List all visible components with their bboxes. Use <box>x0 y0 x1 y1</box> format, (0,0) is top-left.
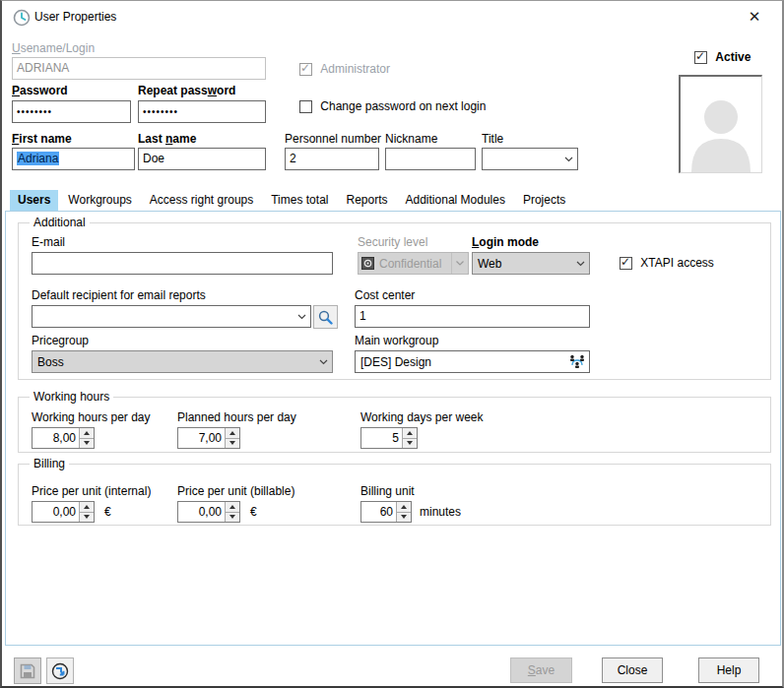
safe-icon <box>361 257 374 270</box>
active-checkbox[interactable]: ✓ Active <box>694 50 751 64</box>
last-name-label: Last name <box>138 132 196 146</box>
price-billable-currency: € <box>250 505 257 519</box>
last-name-input[interactable]: Doe <box>138 148 266 170</box>
tab-projects[interactable]: Projects <box>515 190 573 211</box>
password-input[interactable]: •••••••• <box>12 100 131 123</box>
change-password-checkbox[interactable]: ✓ Change password on next login <box>299 99 486 113</box>
spin-down-icon[interactable] <box>397 512 411 523</box>
billing-unit-suffix: minutes <box>420 505 461 519</box>
xtapi-label: XTAPI access <box>640 256 713 270</box>
active-label: Active <box>715 50 751 64</box>
workgroup-hierarchy-icon[interactable] <box>565 354 589 370</box>
working-days-per-week-label: Working days per week <box>360 410 484 424</box>
magnifier-icon <box>318 310 333 325</box>
security-level-value: Confidential <box>374 257 451 271</box>
tab-reports[interactable]: Reports <box>338 190 395 211</box>
close-button[interactable]: Close <box>602 657 663 683</box>
tab-access-right-groups[interactable]: Access right groups <box>142 190 261 211</box>
billing-unit-label: Billing unit <box>360 484 415 498</box>
user-properties-dialog: { "window": { "title": "User Properties"… <box>0 0 784 688</box>
price-internal-spinner[interactable]: 0,00 <box>32 501 95 523</box>
username-label: Usename/Login <box>12 41 95 55</box>
price-internal-label: Price per unit (internal) <box>32 484 151 498</box>
save-toolbar-button[interactable] <box>14 657 41 684</box>
spin-down-icon[interactable] <box>226 438 239 449</box>
price-billable-label: Price per unit (billable) <box>177 484 294 498</box>
change-password-label: Change password on next login <box>320 99 486 113</box>
floppy-save-icon <box>20 663 35 679</box>
login-mode-label: Login mode <box>472 235 539 249</box>
tab-users[interactable]: Users <box>10 190 58 211</box>
first-name-input[interactable]: Adriana <box>12 148 135 170</box>
working-days-per-week-spinner[interactable]: 5 <box>360 427 418 449</box>
chevron-down-icon <box>293 314 310 320</box>
working-hours-group-label: Working hours <box>30 390 113 404</box>
close-icon[interactable]: ✕ <box>745 8 764 26</box>
spin-down-icon[interactable] <box>80 512 94 523</box>
additional-group-label: Additional <box>30 216 90 229</box>
login-mode-combo[interactable]: Web <box>472 252 590 275</box>
chevron-down-icon <box>451 253 468 274</box>
window-title: User Properties <box>34 10 116 24</box>
title-bar: User Properties ✕ <box>2 1 782 32</box>
recipient-search-button[interactable] <box>313 305 338 329</box>
chevron-down-icon <box>314 359 332 365</box>
spin-up-icon[interactable] <box>226 428 239 438</box>
billing-group-label: Billing <box>30 457 69 470</box>
working-hours-per-day-spinner[interactable]: 8,00 <box>32 427 95 449</box>
repeat-password-label: Repeat password <box>138 84 235 97</box>
person-silhouette-icon <box>684 90 758 172</box>
title-label: Title <box>482 132 503 146</box>
app-clock-icon <box>13 9 31 27</box>
default-recipient-label: Default recipient for email reports <box>32 288 206 302</box>
working-hours-per-day-label: Working hours per day <box>32 410 151 424</box>
spin-down-icon[interactable] <box>80 438 94 449</box>
pricegroup-value: Boss <box>33 355 314 369</box>
spin-up-icon[interactable] <box>80 502 94 512</box>
circle-arrow-icon <box>51 662 69 680</box>
chevron-down-icon <box>559 156 577 162</box>
tab-times-total[interactable]: Times total <box>263 190 336 211</box>
pricegroup-combo[interactable]: Boss <box>32 350 333 373</box>
billing-unit-spinner[interactable]: 60 <box>360 501 412 523</box>
administrator-checkbox: ✓ Administrator <box>299 62 390 76</box>
cost-center-input[interactable]: 1 <box>355 305 590 328</box>
tab-workgroups[interactable]: Workgroups <box>60 190 139 211</box>
price-internal-currency: € <box>104 505 111 519</box>
password-label: Password <box>12 84 68 97</box>
planned-hours-per-day-spinner[interactable]: 7,00 <box>177 427 240 449</box>
title-select[interactable] <box>482 148 578 170</box>
administrator-label: Administrator <box>320 62 390 76</box>
username-input: ADRIANA <box>12 57 266 80</box>
personnel-number-input[interactable]: 2 <box>285 148 379 170</box>
repeat-password-input[interactable]: •••••••• <box>138 100 266 123</box>
spin-up-icon[interactable] <box>403 428 417 438</box>
login-toolbar-button[interactable] <box>46 657 74 684</box>
first-name-label: First name <box>12 132 72 146</box>
price-billable-spinner[interactable]: 0,00 <box>177 501 240 523</box>
help-button[interactable]: Help <box>698 657 759 683</box>
main-workgroup-input[interactable]: [DES] Design <box>355 350 590 373</box>
default-recipient-combo[interactable] <box>32 305 311 328</box>
security-level-label: Security level <box>358 235 427 249</box>
email-label: E-mail <box>32 235 65 249</box>
spin-down-icon[interactable] <box>226 512 239 523</box>
spin-up-icon[interactable] <box>397 502 411 512</box>
login-mode-value: Web <box>473 257 571 271</box>
avatar <box>679 75 762 173</box>
email-input[interactable] <box>32 252 333 275</box>
xtapi-checkbox[interactable]: ✓ XTAPI access <box>620 256 714 270</box>
nickname-input[interactable] <box>385 148 476 170</box>
chevron-down-icon <box>571 261 589 267</box>
security-level-combo: Confidential <box>358 252 469 275</box>
save-button: Save <box>510 657 572 683</box>
pricegroup-label: Pricegroup <box>32 334 89 347</box>
first-name-selected-text: Adriana <box>17 152 59 165</box>
spin-up-icon[interactable] <box>226 502 239 512</box>
spin-down-icon[interactable] <box>403 438 417 449</box>
personnel-number-label: Personnel number <box>285 132 381 146</box>
spin-up-icon[interactable] <box>80 428 94 438</box>
main-workgroup-label: Main workgroup <box>355 334 438 347</box>
tab-additional-modules[interactable]: Additional Modules <box>398 190 513 211</box>
cost-center-label: Cost center <box>355 288 415 302</box>
